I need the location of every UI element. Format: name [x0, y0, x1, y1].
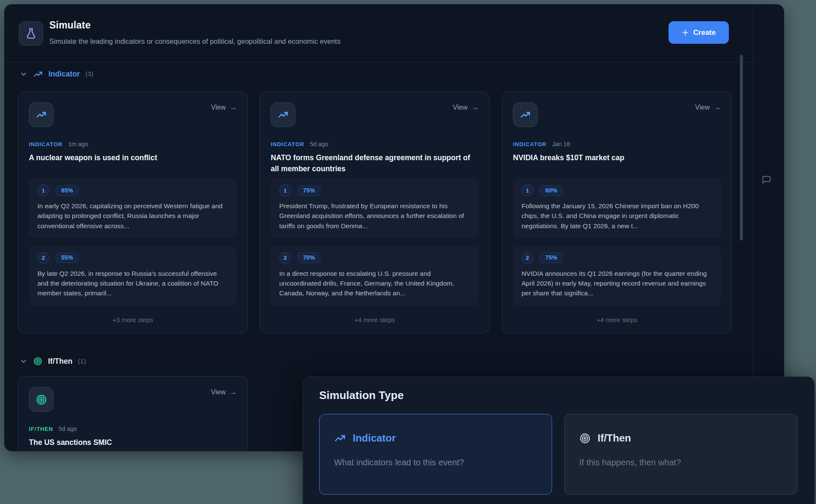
card-timestamp: Jan 18 — [552, 141, 570, 147]
step-item: 1 75% President Trump, frustrated by Eur… — [271, 178, 479, 238]
step-number-badge: 1 — [37, 184, 49, 196]
indicator-card[interactable]: View → INDICATOR 5d ago NATO forms Green… — [260, 91, 490, 334]
step-item: 1 65% In early Q2 2026, capitalizing on … — [29, 178, 237, 238]
chevron-down-icon — [20, 70, 28, 78]
step-text: Following the January 15, 2026 Chinese i… — [521, 201, 712, 231]
card-type-label: INDICATOR — [271, 141, 304, 147]
card-timestamp: 5d ago — [310, 141, 328, 147]
view-link[interactable]: View → — [695, 104, 721, 111]
header-divider — [4, 62, 753, 62]
step-number-badge: 1 — [521, 184, 533, 196]
simulation-option-indicator[interactable]: Indicator What indicators lead to this e… — [319, 414, 552, 495]
section-label: If/Then — [48, 357, 72, 366]
arrow-right-icon: → — [714, 104, 721, 111]
step-probability-badge: 65% — [56, 185, 79, 196]
step-probability-badge: 55% — [56, 252, 79, 263]
trending-up-icon — [271, 102, 295, 127]
step-number-badge: 2 — [279, 252, 291, 264]
trending-up-icon — [334, 432, 346, 444]
card-title: A nuclear weapon is used in conflict — [29, 152, 237, 163]
step-probability-badge: 75% — [298, 185, 320, 196]
option-description: If this happens, then what? — [579, 458, 681, 467]
trending-up-icon — [513, 102, 538, 127]
section-count: (3) — [85, 70, 94, 78]
more-steps-label: +4 more steps — [502, 316, 731, 323]
trending-up-icon — [29, 102, 54, 127]
simulation-type-modal: Simulation Type Indicator What indicator… — [303, 377, 815, 504]
arrow-right-icon: → — [230, 104, 237, 111]
simulation-option-ifthen[interactable]: If/Then If this happens, then what? — [564, 414, 797, 495]
card-timestamp: 5d ago — [59, 425, 77, 432]
step-text: In early Q2 2026, capitalizing on percei… — [37, 201, 228, 231]
modal-title: Simulation Type — [319, 389, 404, 402]
step-text: In a direct response to escalating U.S. … — [279, 269, 470, 298]
step-item: 2 55% By late Q2 2026, in response to Ru… — [29, 246, 237, 306]
create-button-label: Create — [693, 28, 716, 37]
section-header-ifthen[interactable]: If/Then (1) — [4, 355, 86, 367]
view-label: View — [211, 104, 226, 111]
arrow-right-icon: → — [230, 388, 237, 396]
section-count: (1) — [78, 357, 86, 365]
more-steps-label: +4 more steps — [260, 316, 489, 323]
create-button[interactable]: Create — [669, 21, 729, 44]
step-item: 2 75% NVIDIA announces its Q1 2026 earni… — [513, 246, 721, 306]
chevron-down-icon — [20, 357, 28, 365]
step-number-badge: 2 — [37, 252, 49, 264]
target-icon — [29, 387, 54, 412]
chat-bubble-icon[interactable] — [761, 173, 775, 186]
step-text: By late Q2 2026, in response to Russia's… — [37, 269, 228, 298]
view-label: View — [453, 104, 468, 111]
indicator-card[interactable]: View → INDICATOR Jan 18 NVIDIA breaks $1… — [502, 91, 732, 334]
ifthen-card[interactable]: View → IF/THEN 5d ago The US sanctions S… — [18, 376, 248, 451]
step-probability-badge: 70% — [298, 252, 320, 263]
view-label: View — [211, 388, 226, 396]
plus-icon — [682, 29, 689, 36]
step-probability-badge: 60% — [540, 185, 563, 196]
step-text: President Trump, frustrated by European … — [279, 201, 470, 231]
card-type-label: IF/THEN — [29, 426, 53, 432]
section-header-indicator[interactable]: Indicator (3) — [4, 68, 94, 80]
page-title: Simulate — [49, 20, 91, 31]
card-title: NVIDIA breaks $10T market cap — [513, 152, 721, 163]
view-label: View — [695, 104, 710, 111]
arrow-right-icon: → — [472, 104, 479, 111]
card-type-label: INDICATOR — [29, 141, 62, 147]
step-number-badge: 1 — [279, 184, 291, 196]
flask-icon — [19, 21, 43, 46]
option-label: If/Then — [598, 432, 631, 444]
view-link[interactable]: View → — [453, 104, 479, 111]
view-link[interactable]: View → — [211, 104, 237, 111]
view-link[interactable]: View → — [211, 388, 237, 396]
option-description: What indicators lead to this event? — [334, 458, 464, 467]
step-text: NVIDIA announces its Q1 2026 earnings (f… — [521, 269, 712, 298]
step-number-badge: 2 — [521, 252, 533, 264]
target-icon — [579, 433, 591, 444]
card-timestamp: 1m ago — [68, 141, 88, 147]
option-label: Indicator — [353, 432, 396, 444]
section-label: Indicator — [48, 70, 80, 79]
more-steps-label: +3 more steps — [18, 316, 247, 323]
target-icon — [33, 357, 42, 366]
card-title: The US sanctions SMIC — [29, 437, 237, 448]
step-item: 1 60% Following the January 15, 2026 Chi… — [513, 178, 721, 238]
step-item: 2 70% In a direct response to escalating… — [271, 246, 479, 306]
indicator-card[interactable]: View → INDICATOR 1m ago A nuclear weapon… — [18, 91, 248, 334]
scrollbar-thumb[interactable] — [740, 55, 743, 241]
card-type-label: INDICATOR — [513, 141, 547, 147]
page-subtitle: Simulate the leading indicators or conse… — [49, 37, 340, 45]
step-probability-badge: 75% — [540, 252, 563, 263]
card-title: NATO forms Greenland defense agreement i… — [271, 152, 479, 175]
trending-up-icon — [33, 69, 43, 79]
